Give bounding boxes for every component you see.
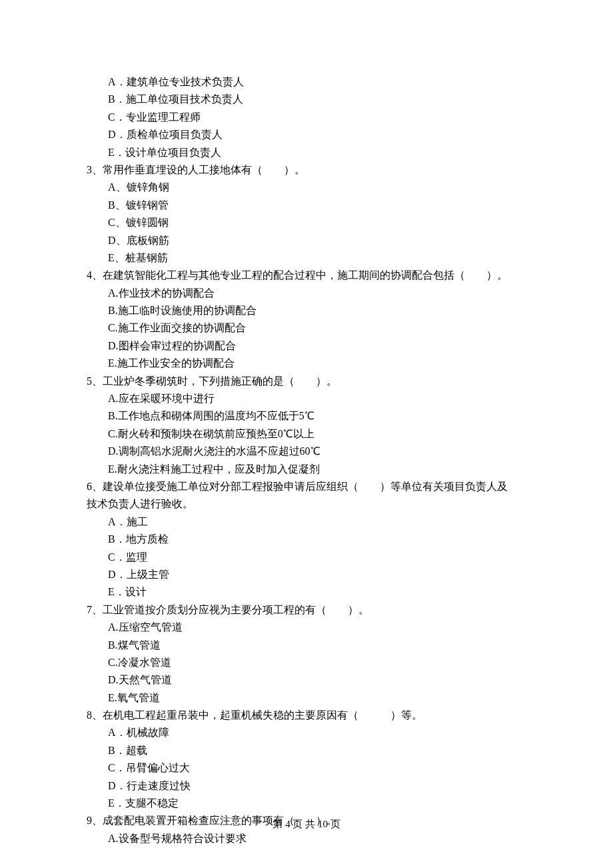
option-item: D．行走速度过快 (108, 777, 526, 795)
option-item: C．监理 (108, 549, 526, 566)
question-stem-continue: 技术负责人进行验收。 (87, 495, 526, 513)
option-item: A.作业技术的协调配合 (108, 285, 526, 302)
option-item: D．质检单位项目负责人 (108, 126, 526, 143)
option-item: A．机械故障 (108, 724, 526, 741)
option-item: E.耐火浇注料施工过程中，应及时加入促凝剂 (108, 461, 526, 478)
question-7: 7、工业管道按介质划分应视为主要分项工程的有（ ）。 A.压缩空气管道 B.煤气… (87, 601, 526, 707)
question-stem: 8、在机电工程起重吊装中，起重机械失稳的主要原因有（ ）等。 (87, 707, 526, 724)
question-8: 8、在机电工程起重吊装中，起重机械失稳的主要原因有（ ）等。 A．机械故障 B．… (87, 707, 526, 812)
question-6: 6、建设单位接受施工单位对分部工程报验申请后应组织（ ）等单位有关项目负责人及 … (87, 478, 526, 601)
question-stem: 5、工业炉冬季砌筑时，下列措施正确的是（ ）。 (87, 373, 526, 390)
option-item: A．建筑单位专业技术负责人 (108, 73, 526, 91)
question-4: 4、在建筑智能化工程与其他专业工程的配合过程中，施工期间的协调配合包括（ ）。 … (87, 267, 526, 372)
option-item: C.耐火砖和预制块在砌筑前应预热至0℃以上 (108, 425, 526, 443)
option-item: E.氧气管道 (108, 689, 526, 707)
question-stem: 4、在建筑智能化工程与其他专业工程的配合过程中，施工期间的协调配合包括（ ）。 (87, 267, 526, 284)
option-item: E、桩基钢筋 (108, 249, 526, 267)
question-3: 3、常用作垂直埋设的人工接地体有（ ）。 A、镀锌角钢 B、镀锌钢管 C、镀锌圆… (87, 161, 526, 267)
prev-question-options: A．建筑单位专业技术负责人 B．施工单位项目技术负责人 C．专业监理工程师 D．… (87, 73, 526, 161)
question-stem: 7、工业管道按介质划分应视为主要分项工程的有（ ）。 (87, 601, 526, 619)
option-item: A、镀锌角钢 (108, 179, 526, 196)
question-options: A.压缩空气管道 B.煤气管道 C.冷凝水管道 D.天然气管道 E.氧气管道 (87, 619, 526, 707)
option-item: E．设计单位项目负责人 (108, 144, 526, 161)
question-options: A、镀锌角钢 B、镀锌钢管 C、镀锌圆钢 D、底板钢筋 E、桩基钢筋 (87, 179, 526, 267)
option-item: C．专业监理工程师 (108, 109, 526, 126)
option-item: D．上级主管 (108, 566, 526, 583)
option-item: E．支腿不稳定 (108, 795, 526, 812)
question-5: 5、工业炉冬季砌筑时，下列措施正确的是（ ）。 A.应在采暖环境中进行 B.工作… (87, 373, 526, 478)
page-content: A．建筑单位专业技术负责人 B．施工单位项目技术负责人 C．专业监理工程师 D．… (0, 0, 613, 847)
option-item: D.调制高铝水泥耐火浇注的水温不应超过60℃ (108, 443, 526, 460)
option-item: A．施工 (108, 513, 526, 531)
question-options: A.作业技术的协调配合 B.施工临时设施使用的协调配合 C.施工作业面交接的协调… (87, 285, 526, 373)
option-item: D.图样会审过程的协调配合 (108, 337, 526, 355)
page-footer: 第 4 页 共 10 页 (0, 816, 613, 833)
option-item: C．吊臂偏心过大 (108, 759, 526, 777)
option-item: A.应在采暖环境中进行 (108, 390, 526, 407)
option-item: B．地方质检 (108, 531, 526, 548)
option-item: B.工作地点和砌体周围的温度均不应低于5℃ (108, 407, 526, 425)
option-item: C、镀锌圆钢 (108, 214, 526, 231)
option-item: A.压缩空气管道 (108, 619, 526, 636)
question-options: A.应在采暖环境中进行 B.工作地点和砌体周围的温度均不应低于5℃ C.耐火砖和… (87, 390, 526, 478)
question-stem: 3、常用作垂直埋设的人工接地体有（ ）。 (87, 161, 526, 179)
option-item: D.天然气管道 (108, 671, 526, 689)
question-options: A．施工 B．地方质检 C．监理 D．上级主管 E．设计 (87, 513, 526, 601)
option-item: B、镀锌钢管 (108, 197, 526, 214)
option-item: B．施工单位项目技术负责人 (108, 91, 526, 108)
option-item: B.施工临时设施使用的协调配合 (108, 302, 526, 319)
question-stem: 6、建设单位接受施工单位对分部工程报验申请后应组织（ ）等单位有关项目负责人及 (87, 478, 526, 495)
option-item: D、底板钢筋 (108, 232, 526, 249)
option-item: B．超载 (108, 742, 526, 759)
option-item: E.施工作业安全的协调配合 (108, 355, 526, 372)
option-item: E．设计 (108, 583, 526, 601)
option-item: C.施工作业面交接的协调配合 (108, 319, 526, 337)
option-item: C.冷凝水管道 (108, 654, 526, 671)
option-item: B.煤气管道 (108, 637, 526, 654)
page-number: 第 4 页 共 10 页 (273, 819, 340, 829)
question-options: A．机械故障 B．超载 C．吊臂偏心过大 D．行走速度过快 E．支腿不稳定 (87, 724, 526, 812)
